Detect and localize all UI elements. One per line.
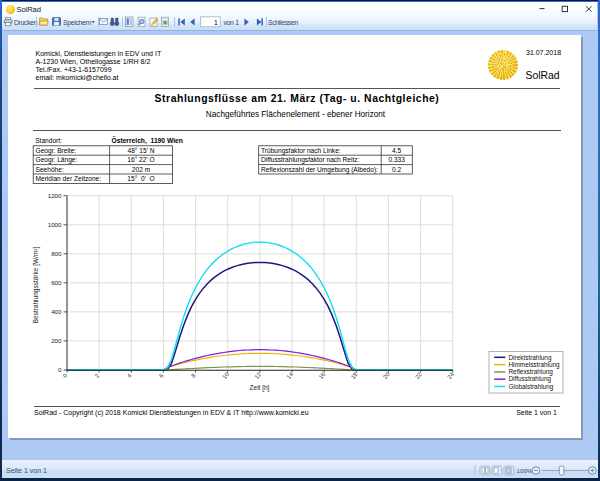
- svg-text:0: 0: [62, 372, 69, 379]
- svg-text:18: 18: [350, 371, 359, 380]
- svg-text:Globalstrahlung: Globalstrahlung: [509, 383, 554, 391]
- svg-text:14: 14: [286, 371, 295, 380]
- svg-text:800: 800: [51, 250, 62, 257]
- svg-text:8: 8: [190, 372, 197, 379]
- svg-text:4: 4: [126, 372, 133, 379]
- svg-text:200: 200: [51, 337, 62, 344]
- svg-text:22: 22: [414, 371, 423, 380]
- svg-text:Bestrahlungsstärke [W/m²]: Bestrahlungsstärke [W/m²]: [32, 247, 40, 324]
- svg-text:20: 20: [382, 371, 391, 380]
- svg-text:16: 16: [318, 371, 327, 380]
- svg-text:24: 24: [446, 371, 455, 380]
- svg-text:10: 10: [221, 371, 230, 380]
- svg-text:12: 12: [253, 371, 262, 380]
- svg-text:600: 600: [51, 279, 62, 286]
- svg-text:400: 400: [51, 308, 62, 315]
- svg-text:6: 6: [158, 372, 165, 379]
- svg-text:Zeit [h]: Zeit [h]: [250, 384, 270, 392]
- svg-text:1000: 1000: [48, 221, 62, 228]
- svg-text:100%: 100%: [517, 467, 533, 474]
- svg-text:0: 0: [58, 366, 62, 373]
- svg-text:1200: 1200: [48, 192, 62, 199]
- svg-text:2: 2: [94, 372, 101, 379]
